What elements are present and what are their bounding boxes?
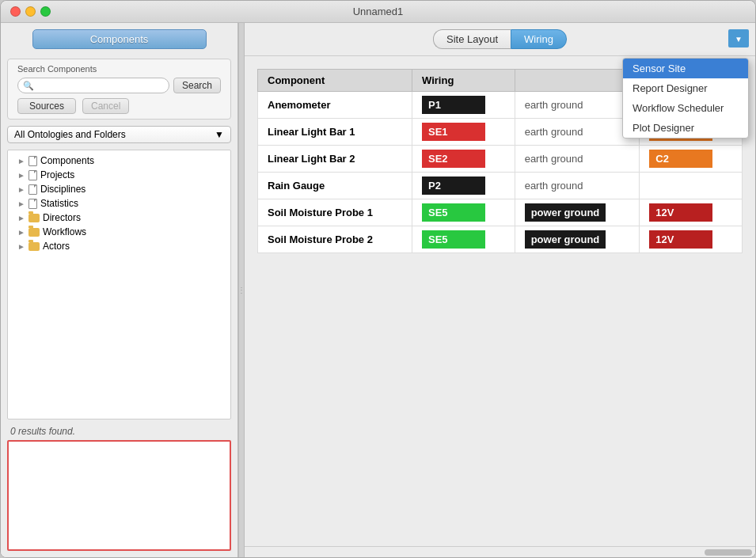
wiring-cell-td: SE5	[412, 226, 515, 253]
folder-icon-workflows	[28, 228, 40, 237]
sources-row: Sources Cancel	[17, 98, 221, 114]
main-content: Site Layout Wiring ▼ Sensor Site Report …	[245, 23, 755, 557]
tree-arrow-workflows: ►	[17, 228, 28, 237]
extra-cell	[640, 173, 743, 199]
search-section-label: Search Components	[17, 64, 221, 74]
table-row: Rain Gauge P2 earth ground	[258, 173, 743, 199]
ground-cell: earth ground	[515, 119, 640, 146]
tree-arrow-disciplines: ►	[17, 185, 28, 194]
component-name: Linear Light Bar 1	[258, 119, 412, 146]
extra-badge: 12V	[649, 230, 712, 249]
search-row: 🔍 Search	[17, 78, 221, 93]
tree-label-components: Components	[40, 155, 94, 166]
ground-cell: power ground	[515, 199, 640, 226]
wiring-cell-td: SE1	[412, 119, 515, 146]
wiring-cell-td: P2	[412, 173, 515, 199]
tree-item-disciplines[interactable]: ► Disciplines	[14, 182, 224, 196]
wiring-badge: SE5	[422, 203, 485, 222]
resize-handle[interactable]: ⋮	[238, 23, 245, 557]
ontology-select[interactable]: All Ontologies and Folders ▼	[7, 126, 231, 143]
tree-item-actors[interactable]: ► Actors	[14, 239, 224, 253]
sidebar-header: Components	[1, 23, 237, 55]
col-header-3	[515, 70, 640, 92]
wiring-badge: P2	[422, 177, 485, 195]
wiring-badge: SE1	[422, 123, 485, 141]
extra-badge: 12V	[649, 203, 712, 222]
tab-group: Site Layout Wiring	[433, 29, 567, 49]
doc-icon-statistics	[28, 199, 37, 209]
ontology-chevron-icon: ▼	[215, 129, 224, 140]
component-name: Anemometer	[258, 92, 412, 119]
tree-area[interactable]: ► Components ► Projects ► Disciplines ►	[7, 150, 231, 419]
dropdown-item-plot-designer[interactable]: Plot Designer	[623, 118, 748, 138]
search-input-wrap: 🔍	[17, 78, 169, 93]
doc-icon-disciplines	[28, 184, 37, 195]
tree-item-statistics[interactable]: ► Statistics	[14, 196, 224, 211]
dropdown-item-report-designer[interactable]: Report Designer	[623, 78, 748, 98]
power-ground-badge: power ground	[525, 230, 606, 249]
main-window: Unnamed1 Components Search Components 🔍 …	[0, 0, 756, 558]
scrollbar-area[interactable]	[245, 546, 755, 557]
tree-item-workflows[interactable]: ► Workflows	[14, 225, 224, 239]
doc-icon-components	[28, 156, 37, 166]
cancel-button[interactable]: Cancel	[82, 98, 129, 114]
components-label: Components	[32, 29, 207, 49]
component-name: Soil Moisture Probe 1	[258, 199, 412, 226]
ground-cell: earth ground	[515, 173, 640, 199]
table-row: Soil Moisture Probe 2 SE5 power ground 1…	[258, 226, 743, 253]
view-dropdown-button[interactable]: ▼	[728, 29, 749, 47]
power-ground-badge: power ground	[525, 203, 606, 222]
chevron-down-icon: ▼	[735, 35, 743, 44]
extra-badge: C2	[649, 150, 712, 168]
minimize-button[interactable]	[25, 6, 36, 17]
folder-icon-directors	[28, 214, 40, 222]
tree-label-actors: Actors	[43, 241, 70, 252]
main-area: Components Search Components 🔍 Search So…	[1, 23, 755, 557]
ground-cell: earth ground	[515, 92, 640, 119]
tree-label-disciplines: Disciplines	[40, 184, 85, 195]
tree-label-statistics: Statistics	[40, 198, 78, 209]
preview-area	[7, 440, 231, 551]
folder-icon-actors	[28, 242, 40, 251]
search-icon: 🔍	[23, 81, 34, 91]
traffic-lights	[10, 6, 51, 17]
toolbar-row: Site Layout Wiring ▼ Sensor Site Report …	[245, 23, 755, 56]
scrollbar-thumb[interactable]	[705, 549, 752, 556]
extra-cell: C2	[640, 146, 743, 173]
wiring-badge: P1	[422, 96, 485, 114]
component-name: Rain Gauge	[258, 173, 412, 199]
tree-label-workflows: Workflows	[43, 226, 86, 237]
tree-item-projects[interactable]: ► Projects	[14, 168, 224, 182]
ground-cell: earth ground	[515, 146, 640, 173]
wiring-badge: SE5	[422, 230, 485, 249]
search-button[interactable]: Search	[173, 78, 221, 93]
tree-item-components[interactable]: ► Components	[14, 154, 224, 168]
table-row: Soil Moisture Probe 1 SE5 power ground 1…	[258, 199, 743, 226]
extra-cell: 12V	[640, 199, 743, 226]
tree-label-projects: Projects	[40, 169, 74, 180]
wiring-cell-td: SE2	[412, 146, 515, 173]
component-name: Linear Light Bar 2	[258, 146, 412, 173]
tree-label-directors: Directors	[43, 212, 81, 223]
doc-icon-projects	[28, 170, 37, 180]
tab-site-layout[interactable]: Site Layout	[433, 29, 511, 49]
close-button[interactable]	[10, 6, 21, 17]
col-header-wiring: Wiring	[412, 70, 515, 92]
dropdown-menu: Sensor Site Report Designer Workflow Sch…	[622, 58, 749, 139]
wiring-cell-td: SE5	[412, 199, 515, 226]
tree-arrow-components: ►	[17, 157, 28, 165]
dropdown-item-workflow-scheduler[interactable]: Workflow Scheduler	[623, 98, 748, 118]
search-section: Search Components 🔍 Search Sources Cance…	[7, 59, 231, 120]
tree-item-directors[interactable]: ► Directors	[14, 211, 224, 225]
sources-button[interactable]: Sources	[17, 98, 76, 114]
tab-wiring[interactable]: Wiring	[511, 29, 567, 49]
component-name: Soil Moisture Probe 2	[258, 226, 412, 253]
ontology-select-wrap: All Ontologies and Folders ▼	[7, 126, 231, 143]
search-input[interactable]	[36, 80, 164, 91]
tree-arrow-directors: ►	[17, 214, 28, 222]
dropdown-item-sensor-site[interactable]: Sensor Site	[623, 59, 748, 78]
extra-cell: 12V	[640, 226, 743, 253]
results-label: 0 results found.	[1, 423, 237, 440]
maximize-button[interactable]	[40, 6, 51, 17]
sidebar: Components Search Components 🔍 Search So…	[1, 23, 238, 557]
